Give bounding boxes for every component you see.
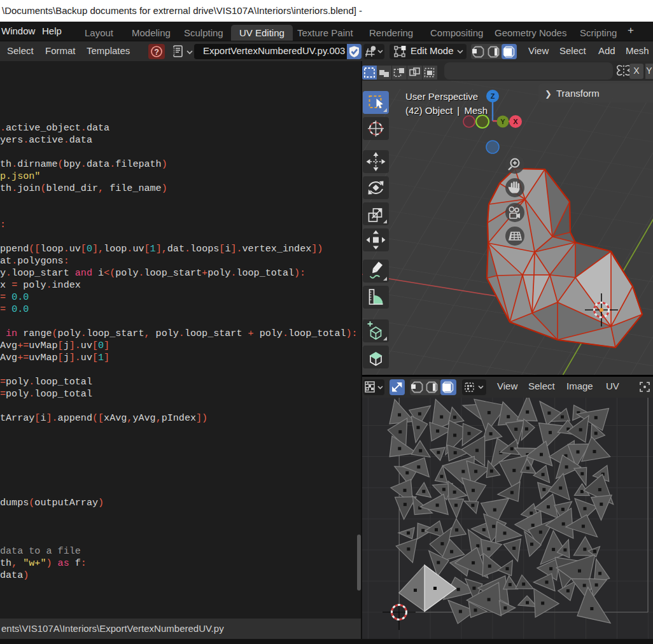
svg-text:?: ?: [154, 48, 159, 57]
svg-text:Transform: Transform: [556, 88, 600, 99]
svg-text:Z: Z: [491, 92, 495, 100]
svg-text:❯: ❯: [545, 89, 552, 99]
svg-text:Y: Y: [500, 118, 505, 125]
svg-text:X: X: [513, 118, 518, 125]
